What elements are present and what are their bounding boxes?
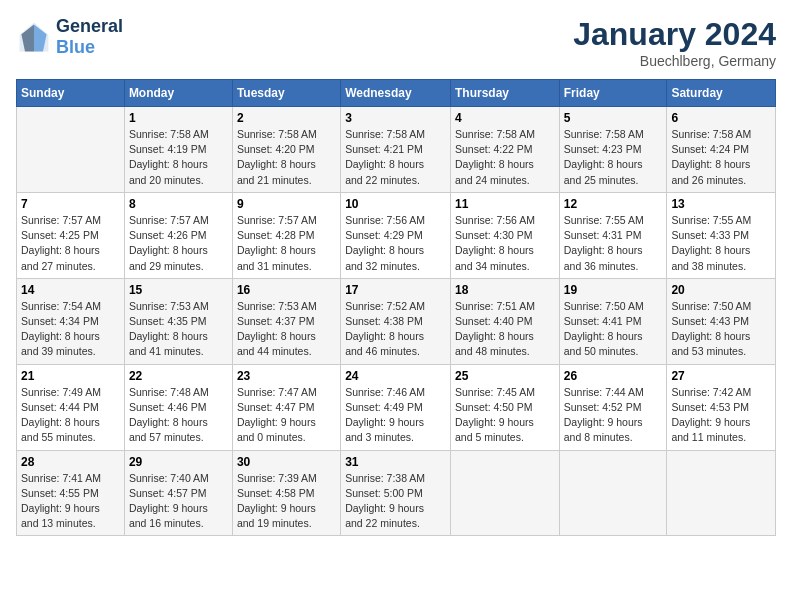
day-number: 16 xyxy=(237,283,336,297)
day-number: 10 xyxy=(345,197,446,211)
month-title: January 2024 xyxy=(573,16,776,53)
logo-icon xyxy=(16,19,52,55)
calendar-cell: 14Sunrise: 7:54 AM Sunset: 4:34 PM Dayli… xyxy=(17,278,125,364)
day-info: Sunrise: 7:55 AM Sunset: 4:31 PM Dayligh… xyxy=(564,213,663,274)
calendar-week-5: 28Sunrise: 7:41 AM Sunset: 4:55 PM Dayli… xyxy=(17,450,776,536)
day-number: 21 xyxy=(21,369,120,383)
calendar-cell: 23Sunrise: 7:47 AM Sunset: 4:47 PM Dayli… xyxy=(232,364,340,450)
calendar-cell: 27Sunrise: 7:42 AM Sunset: 4:53 PM Dayli… xyxy=(667,364,776,450)
day-header-wednesday: Wednesday xyxy=(341,80,451,107)
day-number: 17 xyxy=(345,283,446,297)
day-number: 1 xyxy=(129,111,228,125)
day-header-thursday: Thursday xyxy=(450,80,559,107)
calendar-table: SundayMondayTuesdayWednesdayThursdayFrid… xyxy=(16,79,776,536)
day-number: 19 xyxy=(564,283,663,297)
day-number: 4 xyxy=(455,111,555,125)
day-number: 31 xyxy=(345,455,446,469)
calendar-cell: 5Sunrise: 7:58 AM Sunset: 4:23 PM Daylig… xyxy=(559,107,667,193)
calendar-cell: 12Sunrise: 7:55 AM Sunset: 4:31 PM Dayli… xyxy=(559,192,667,278)
day-info: Sunrise: 7:39 AM Sunset: 4:58 PM Dayligh… xyxy=(237,471,336,532)
calendar-cell: 19Sunrise: 7:50 AM Sunset: 4:41 PM Dayli… xyxy=(559,278,667,364)
calendar-cell: 28Sunrise: 7:41 AM Sunset: 4:55 PM Dayli… xyxy=(17,450,125,536)
calendar-week-1: 1Sunrise: 7:58 AM Sunset: 4:19 PM Daylig… xyxy=(17,107,776,193)
day-info: Sunrise: 7:44 AM Sunset: 4:52 PM Dayligh… xyxy=(564,385,663,446)
day-info: Sunrise: 7:48 AM Sunset: 4:46 PM Dayligh… xyxy=(129,385,228,446)
calendar-cell: 20Sunrise: 7:50 AM Sunset: 4:43 PM Dayli… xyxy=(667,278,776,364)
calendar-cell: 24Sunrise: 7:46 AM Sunset: 4:49 PM Dayli… xyxy=(341,364,451,450)
day-info: Sunrise: 7:51 AM Sunset: 4:40 PM Dayligh… xyxy=(455,299,555,360)
day-info: Sunrise: 7:54 AM Sunset: 4:34 PM Dayligh… xyxy=(21,299,120,360)
calendar-cell xyxy=(450,450,559,536)
calendar-cell: 25Sunrise: 7:45 AM Sunset: 4:50 PM Dayli… xyxy=(450,364,559,450)
day-info: Sunrise: 7:42 AM Sunset: 4:53 PM Dayligh… xyxy=(671,385,771,446)
day-info: Sunrise: 7:58 AM Sunset: 4:19 PM Dayligh… xyxy=(129,127,228,188)
day-number: 25 xyxy=(455,369,555,383)
day-info: Sunrise: 7:46 AM Sunset: 4:49 PM Dayligh… xyxy=(345,385,446,446)
calendar-cell xyxy=(17,107,125,193)
day-info: Sunrise: 7:45 AM Sunset: 4:50 PM Dayligh… xyxy=(455,385,555,446)
calendar-cell: 11Sunrise: 7:56 AM Sunset: 4:30 PM Dayli… xyxy=(450,192,559,278)
calendar-cell: 17Sunrise: 7:52 AM Sunset: 4:38 PM Dayli… xyxy=(341,278,451,364)
day-info: Sunrise: 7:41 AM Sunset: 4:55 PM Dayligh… xyxy=(21,471,120,532)
day-info: Sunrise: 7:57 AM Sunset: 4:26 PM Dayligh… xyxy=(129,213,228,274)
day-number: 24 xyxy=(345,369,446,383)
calendar-cell: 31Sunrise: 7:38 AM Sunset: 5:00 PM Dayli… xyxy=(341,450,451,536)
header: General Blue January 2024 Buechlberg, Ge… xyxy=(16,16,776,69)
day-info: Sunrise: 7:56 AM Sunset: 4:29 PM Dayligh… xyxy=(345,213,446,274)
title-area: January 2024 Buechlberg, Germany xyxy=(573,16,776,69)
calendar-cell: 13Sunrise: 7:55 AM Sunset: 4:33 PM Dayli… xyxy=(667,192,776,278)
day-info: Sunrise: 7:53 AM Sunset: 4:35 PM Dayligh… xyxy=(129,299,228,360)
calendar-cell xyxy=(559,450,667,536)
day-number: 6 xyxy=(671,111,771,125)
calendar-cell: 1Sunrise: 7:58 AM Sunset: 4:19 PM Daylig… xyxy=(124,107,232,193)
day-info: Sunrise: 7:57 AM Sunset: 4:28 PM Dayligh… xyxy=(237,213,336,274)
calendar-cell: 21Sunrise: 7:49 AM Sunset: 4:44 PM Dayli… xyxy=(17,364,125,450)
calendar-cell: 8Sunrise: 7:57 AM Sunset: 4:26 PM Daylig… xyxy=(124,192,232,278)
day-info: Sunrise: 7:55 AM Sunset: 4:33 PM Dayligh… xyxy=(671,213,771,274)
day-header-sunday: Sunday xyxy=(17,80,125,107)
day-number: 12 xyxy=(564,197,663,211)
day-info: Sunrise: 7:52 AM Sunset: 4:38 PM Dayligh… xyxy=(345,299,446,360)
day-number: 8 xyxy=(129,197,228,211)
calendar-body: 1Sunrise: 7:58 AM Sunset: 4:19 PM Daylig… xyxy=(17,107,776,536)
day-number: 7 xyxy=(21,197,120,211)
logo-text-line2: Blue xyxy=(56,37,123,58)
calendar-cell: 9Sunrise: 7:57 AM Sunset: 4:28 PM Daylig… xyxy=(232,192,340,278)
day-info: Sunrise: 7:53 AM Sunset: 4:37 PM Dayligh… xyxy=(237,299,336,360)
day-header-tuesday: Tuesday xyxy=(232,80,340,107)
day-info: Sunrise: 7:49 AM Sunset: 4:44 PM Dayligh… xyxy=(21,385,120,446)
day-info: Sunrise: 7:58 AM Sunset: 4:22 PM Dayligh… xyxy=(455,127,555,188)
calendar-cell: 7Sunrise: 7:57 AM Sunset: 4:25 PM Daylig… xyxy=(17,192,125,278)
day-info: Sunrise: 7:58 AM Sunset: 4:20 PM Dayligh… xyxy=(237,127,336,188)
calendar-header-row: SundayMondayTuesdayWednesdayThursdayFrid… xyxy=(17,80,776,107)
calendar-cell: 18Sunrise: 7:51 AM Sunset: 4:40 PM Dayli… xyxy=(450,278,559,364)
calendar-cell: 10Sunrise: 7:56 AM Sunset: 4:29 PM Dayli… xyxy=(341,192,451,278)
day-number: 2 xyxy=(237,111,336,125)
day-number: 30 xyxy=(237,455,336,469)
day-number: 15 xyxy=(129,283,228,297)
day-number: 18 xyxy=(455,283,555,297)
calendar-cell: 4Sunrise: 7:58 AM Sunset: 4:22 PM Daylig… xyxy=(450,107,559,193)
day-number: 11 xyxy=(455,197,555,211)
day-info: Sunrise: 7:50 AM Sunset: 4:41 PM Dayligh… xyxy=(564,299,663,360)
day-info: Sunrise: 7:58 AM Sunset: 4:24 PM Dayligh… xyxy=(671,127,771,188)
day-number: 28 xyxy=(21,455,120,469)
calendar-cell: 30Sunrise: 7:39 AM Sunset: 4:58 PM Dayli… xyxy=(232,450,340,536)
logo: General Blue xyxy=(16,16,123,58)
calendar-cell: 3Sunrise: 7:58 AM Sunset: 4:21 PM Daylig… xyxy=(341,107,451,193)
day-header-monday: Monday xyxy=(124,80,232,107)
day-number: 26 xyxy=(564,369,663,383)
day-info: Sunrise: 7:56 AM Sunset: 4:30 PM Dayligh… xyxy=(455,213,555,274)
calendar-cell: 26Sunrise: 7:44 AM Sunset: 4:52 PM Dayli… xyxy=(559,364,667,450)
location-subtitle: Buechlberg, Germany xyxy=(573,53,776,69)
day-number: 27 xyxy=(671,369,771,383)
day-info: Sunrise: 7:58 AM Sunset: 4:21 PM Dayligh… xyxy=(345,127,446,188)
logo-text-line1: General xyxy=(56,16,123,37)
calendar-week-4: 21Sunrise: 7:49 AM Sunset: 4:44 PM Dayli… xyxy=(17,364,776,450)
day-number: 20 xyxy=(671,283,771,297)
calendar-week-3: 14Sunrise: 7:54 AM Sunset: 4:34 PM Dayli… xyxy=(17,278,776,364)
day-info: Sunrise: 7:50 AM Sunset: 4:43 PM Dayligh… xyxy=(671,299,771,360)
calendar-cell xyxy=(667,450,776,536)
day-number: 13 xyxy=(671,197,771,211)
day-number: 14 xyxy=(21,283,120,297)
